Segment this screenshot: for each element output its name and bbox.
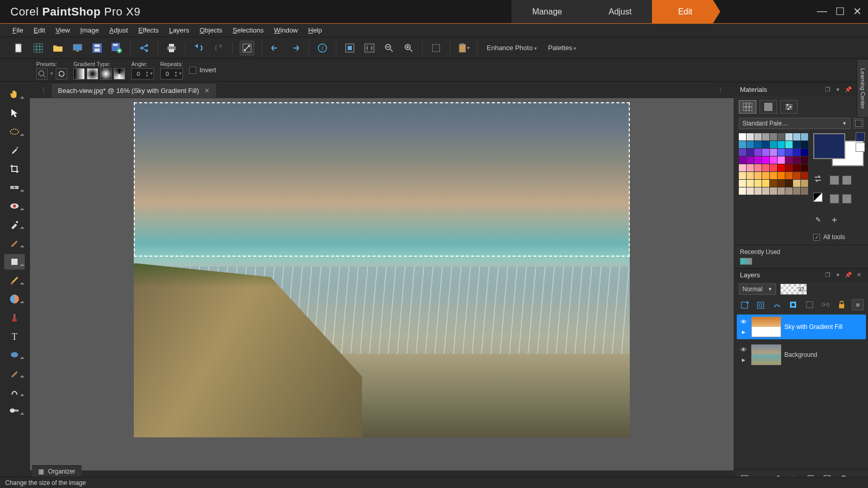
color-swatch[interactable] [762,172,769,179]
color-swatch[interactable] [801,180,808,187]
selection-tool[interactable] [4,124,25,139]
layer-name[interactable]: Background [784,351,817,358]
minimize-icon[interactable]: — [817,5,827,18]
style-swatch-a[interactable] [830,176,839,185]
color-swatch[interactable] [801,149,808,156]
palettes-dropdown[interactable]: Palettes [546,44,579,52]
color-swatch[interactable] [785,172,793,179]
doc-tab-next[interactable]: 〉 [716,85,727,96]
preset-picker[interactable] [36,68,48,80]
layer-visibility-icon[interactable]: 👁 [740,346,747,354]
menu-help[interactable]: Help [308,26,322,34]
color-swatch[interactable] [762,164,769,171]
color-swatch[interactable] [770,149,777,156]
canvas-viewport[interactable] [30,98,734,470]
text-tool[interactable]: T [4,328,25,344]
color-swatch[interactable] [793,172,800,179]
layer-name[interactable]: Sky with Gradient Fill [784,323,843,330]
pen-tool[interactable] [4,366,25,381]
resize-icon[interactable] [240,41,254,55]
panel-undock-icon[interactable]: ❐ [824,272,832,278]
close-icon[interactable]: ✕ [853,5,862,18]
layer-row-background[interactable]: 👁 ▸ Background [737,342,866,367]
fg-mini-swatch[interactable] [856,132,865,141]
color-swatch[interactable] [739,133,746,140]
layer-link-icon[interactable] [819,299,831,310]
panel-pin-icon[interactable]: 📌 [844,272,853,278]
color-swatch[interactable] [739,180,746,187]
pan-tool[interactable] [4,87,25,102]
new-vector-layer-icon[interactable] [755,299,767,310]
color-swatch[interactable] [747,164,754,171]
repeats-spinner[interactable]: ▲▼ ▼ [160,68,183,80]
color-swatch[interactable] [778,180,785,187]
menu-effects[interactable]: Effects [138,26,159,34]
dropper-tool[interactable] [4,143,25,158]
color-swatch[interactable] [793,187,800,195]
layer-visibility-icon[interactable]: 👁 [740,318,747,326]
default-colors-icon[interactable] [813,193,823,202]
color-swatch[interactable] [770,164,777,171]
reset-preset-icon[interactable] [56,68,67,80]
color-swatch[interactable] [754,149,762,156]
color-swatch[interactable] [801,164,808,171]
menu-window[interactable]: Window [274,26,298,34]
color-swatch[interactable] [770,133,777,140]
color-swatch[interactable] [770,180,777,187]
style-swatch-d[interactable] [842,194,851,203]
document-tab-close[interactable]: ✕ [204,87,210,95]
foreground-color-swatch[interactable] [813,133,845,159]
maximize-icon[interactable]: ☐ [835,5,845,18]
color-swatch[interactable] [747,180,754,187]
undo-arrow-icon[interactable] [269,42,282,54]
color-swatch[interactable] [747,187,754,195]
color-swatch[interactable] [778,156,785,164]
layer-lock-icon[interactable] [835,299,847,310]
gradient-sunburst-icon[interactable] [100,68,112,80]
color-swatch[interactable] [778,149,785,156]
layer-expand-icon[interactable]: ▸ [742,356,746,364]
layers-menu-icon[interactable]: ≡ [852,299,864,310]
color-swatch[interactable] [739,164,746,171]
open-folder-icon[interactable] [52,42,64,54]
document-tab[interactable]: Beach-view.jpg* @ 16% (Sky with Gradient… [52,84,216,98]
image-canvas[interactable] [134,102,630,437]
color-swatch[interactable] [762,187,769,195]
print-icon[interactable] [165,42,178,54]
new-file-icon[interactable] [12,42,25,54]
gradient-rectangular-icon[interactable] [87,68,98,80]
color-swatch[interactable] [770,187,777,195]
panel-close-icon[interactable]: ✕ [855,272,863,278]
angle-spinner[interactable]: ▲▼ ▼ [131,68,154,80]
layer-thumbnail[interactable] [751,317,781,337]
zoom-in-icon[interactable] [402,42,415,54]
color-swatch[interactable] [747,172,754,179]
paste-dropdown-icon[interactable] [457,42,470,54]
color-swatch[interactable] [739,172,746,179]
workspace-tab-manage[interactable]: Manage [512,0,583,23]
color-swatch[interactable] [762,141,769,148]
color-swatch[interactable] [785,164,793,171]
color-swatch[interactable] [754,133,762,140]
color-swatch[interactable] [793,180,800,187]
color-swatch[interactable] [762,149,769,156]
color-swatch[interactable] [785,141,793,148]
color-swatch[interactable] [793,149,800,156]
panel-menu-icon[interactable]: ▾ [834,86,842,93]
color-swatch[interactable] [747,133,754,140]
layers-panel-header[interactable]: Layers ❐ ▾ 📌 ✕ [735,268,868,281]
color-swatch-grid[interactable] [739,133,808,241]
color-swatch[interactable] [785,187,793,195]
panel-menu-icon[interactable]: ▾ [834,272,842,278]
lighten-darken-tool[interactable] [4,273,25,288]
layer-row-gradient[interactable]: 👁 ▸ Sky with Gradient Fill [737,314,866,339]
materials-panel-header[interactable]: Materials ❐ ▾ 📌 ✕ [735,83,868,96]
menu-image[interactable]: Image [80,26,99,34]
color-swatch[interactable] [770,141,777,148]
menu-layers[interactable]: Layers [169,26,189,34]
style-swatch-b[interactable] [842,176,851,185]
color-swatch[interactable] [801,141,808,148]
color-swatch[interactable] [785,149,793,156]
color-swatch[interactable] [770,172,777,179]
color-swatch[interactable] [793,133,800,140]
